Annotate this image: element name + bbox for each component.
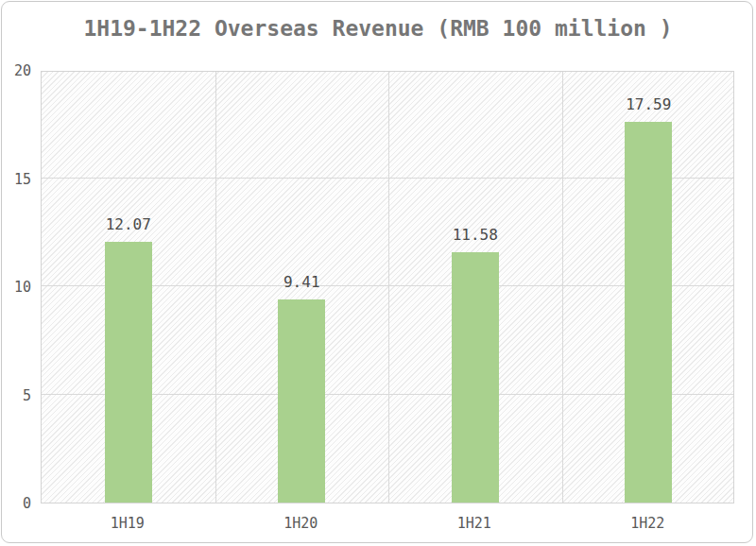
y-tick-label: 15 <box>0 171 31 188</box>
bar-1H21 <box>452 252 499 503</box>
bar-value-label: 17.59 <box>626 95 671 113</box>
gridline-vertical <box>388 72 389 503</box>
y-tick-label: 20 <box>0 62 31 79</box>
y-tick-label: 0 <box>0 495 31 512</box>
bar-1H19 <box>105 242 152 503</box>
bar-1H20 <box>278 299 325 503</box>
x-category-label: 1H21 <box>457 515 491 532</box>
bar-1H22 <box>625 122 672 503</box>
x-category-label: 1H22 <box>630 515 664 532</box>
x-category-label: 1H19 <box>111 515 145 532</box>
bar-value-label: 9.41 <box>284 273 320 291</box>
gridline-vertical <box>215 72 216 503</box>
bar-value-label: 11.58 <box>453 226 498 244</box>
y-tick-label: 10 <box>0 279 31 296</box>
bar-value-label: 12.07 <box>106 215 151 233</box>
y-tick-label: 5 <box>0 387 31 404</box>
x-category-label: 1H20 <box>284 515 318 532</box>
plot-area: 12.079.4111.5817.59 <box>41 71 734 503</box>
gridline-vertical <box>562 72 563 503</box>
chart-title: 1H19-1H22 Overseas Revenue (RMB 100 mill… <box>0 16 756 41</box>
